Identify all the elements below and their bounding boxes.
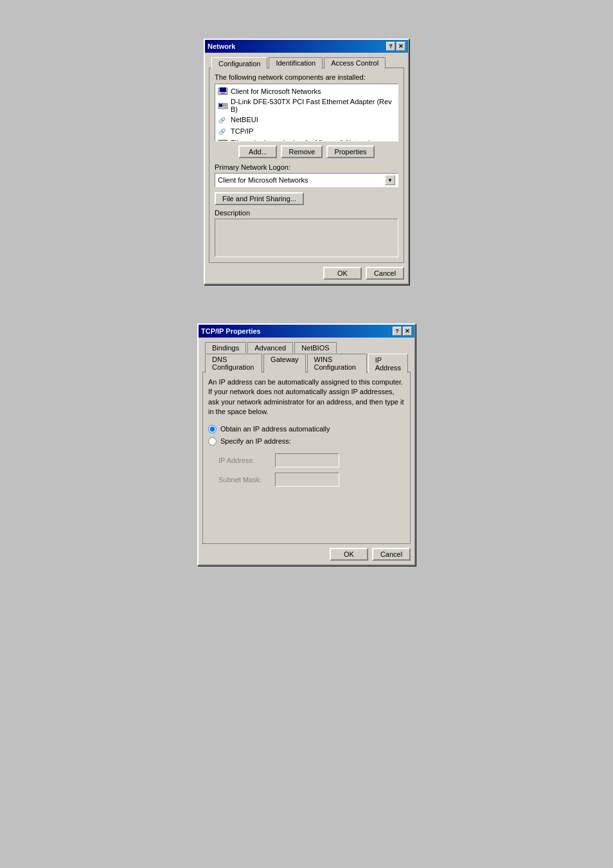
close-button[interactable]: ✕ (396, 42, 405, 51)
service-icon (218, 138, 228, 141)
tcpip-ok-button[interactable]: OK (330, 548, 368, 561)
primary-logon-label: Primary Network Logon: (215, 163, 398, 171)
component-client-name: Client for Microsoft Networks (231, 87, 321, 95)
radio-specify-label: Specify an IP address: (220, 437, 291, 445)
add-button[interactable]: Add... (238, 145, 277, 158)
tcpip-tab-content: An IP address can be automatically assig… (202, 372, 411, 544)
client-icon (218, 86, 228, 96)
subnet-octet3 (310, 474, 323, 485)
subnet-octet4 (323, 474, 336, 485)
subnet-mask-label: Subnet Mask: (218, 476, 270, 484)
components-listbox[interactable]: Client for Microsoft Networks (215, 84, 398, 141)
component-buttons: Add... Remove Properties (215, 145, 398, 158)
svg-rect-12 (218, 140, 227, 141)
radio-auto[interactable] (208, 425, 217, 433)
network-tab-content: The following network components are ins… (209, 68, 404, 263)
svg-rect-6 (223, 105, 224, 106)
radio-specify-row: Specify an IP address: (208, 437, 405, 446)
ip-address-row: IP Address: (208, 453, 405, 467)
tab-configuration[interactable]: Configuration (211, 57, 267, 69)
tcpip-dialog: TCP/IP Properties ? ✕ Bindings Advanced … (197, 323, 416, 566)
svg-rect-7 (225, 105, 226, 106)
tab-bindings[interactable]: Bindings (205, 342, 246, 353)
tcpip-tab-row2: DNS Configuration Gateway WINS Configura… (202, 353, 411, 372)
subnet-mask-row: Subnet Mask: (208, 473, 405, 487)
network-ok-button[interactable]: OK (323, 267, 362, 280)
primary-logon-row: Client for Microsoft Networks ▼ (215, 173, 398, 187)
adapter-icon (218, 100, 228, 111)
list-item: Client for Microsoft Networks (217, 86, 396, 97)
svg-rect-8 (218, 103, 220, 104)
ip-address-field[interactable] (275, 453, 339, 467)
component-netbeui-name: NetBEUI (231, 116, 258, 123)
svg-rect-3 (220, 94, 226, 95)
tab-netbios[interactable]: NetBIOS (294, 342, 336, 353)
tab-gateway[interactable]: Gateway (263, 354, 305, 373)
network-dialog-title: Network (208, 42, 235, 50)
protocol-icon: 🔗 (218, 114, 228, 125)
list-item: 🔗 NetBEUI (217, 114, 396, 125)
network-cancel-button[interactable]: Cancel (366, 267, 404, 280)
radio-auto-row: Obtain an IP address automatically (208, 425, 405, 433)
tcpip-tab-row1: Bindings Advanced NetBIOS (202, 341, 411, 352)
svg-rect-5 (219, 104, 222, 107)
title-bar-buttons: ? ✕ (386, 42, 405, 51)
tab-dns-config[interactable]: DNS Configuration (205, 354, 262, 373)
installed-label: The following network components are ins… (215, 73, 398, 81)
protocol-icon-tcpip: 🔗 (218, 126, 228, 136)
svg-rect-1 (220, 87, 226, 92)
list-item: D-Link DFE-530TX PCI Fast Ethernet Adapt… (217, 97, 396, 114)
tab-ip-address[interactable]: IP Address (368, 354, 408, 373)
ip-radio-group: Obtain an IP address automatically Speci… (208, 425, 405, 446)
ip-octet1 (278, 455, 298, 466)
network-dialog-content: Configuration Identification Access Cont… (205, 53, 408, 284)
tcpip-close-button[interactable]: ✕ (403, 327, 412, 336)
radio-specify[interactable] (208, 437, 217, 446)
svg-rect-2 (221, 93, 225, 94)
primary-logon-dropdown[interactable]: Client for Microsoft Networks ▼ (215, 173, 398, 187)
file-sharing-row: File and Print Sharing... (215, 192, 398, 205)
ip-octet2 (298, 455, 310, 466)
svg-rect-9 (221, 103, 223, 104)
dropdown-arrow-icon[interactable]: ▼ (385, 175, 395, 185)
ip-octet3 (310, 455, 323, 466)
component-sharing-name: File and printer sharing for Microsoft N… (231, 139, 375, 141)
tab-wins-config[interactable]: WINS Configuration (307, 354, 367, 373)
remove-button[interactable]: Remove (281, 145, 323, 158)
help-button[interactable]: ? (386, 42, 395, 51)
list-item: File and printer sharing for Microsoft N… (217, 137, 396, 141)
tab-identification[interactable]: Identification (269, 57, 323, 69)
properties-button[interactable]: Properties (326, 145, 374, 158)
network-dialog: Network ? ✕ Configuration Identification… (204, 39, 409, 285)
description-label: Description (215, 209, 398, 217)
list-item: 🔗 TCP/IP (217, 125, 396, 137)
subnet-mask-field[interactable] (275, 473, 339, 487)
tcpip-title-bar-buttons: ? ✕ (393, 327, 412, 336)
svg-text:🔗: 🔗 (218, 128, 226, 136)
file-sharing-button[interactable]: File and Print Sharing... (215, 192, 304, 205)
ip-address-label: IP Address: (218, 457, 270, 464)
tcpip-help-button[interactable]: ? (393, 327, 402, 336)
svg-text:🔗: 🔗 (218, 116, 226, 124)
radio-auto-label: Obtain an IP address automatically (220, 425, 330, 433)
network-tab-row: Configuration Identification Access Cont… (209, 57, 404, 68)
component-adapter-name: D-Link DFE-530TX PCI Fast Ethernet Adapt… (231, 98, 395, 113)
component-tcpip-name: TCP/IP (231, 127, 253, 135)
subnet-octet2 (298, 474, 310, 485)
tab-access-control[interactable]: Access Control (324, 57, 386, 69)
tcpip-title-bar: TCP/IP Properties ? ✕ (199, 325, 414, 338)
spacer (208, 487, 405, 538)
network-title-bar: Network ? ✕ (205, 40, 408, 53)
tcpip-dialog-buttons: OK Cancel (202, 548, 411, 561)
tcpip-dialog-title: TCP/IP Properties (201, 327, 261, 335)
tab-advanced[interactable]: Advanced (247, 342, 293, 353)
tcpip-dialog-content: Bindings Advanced NetBIOS DNS Configurat… (199, 338, 414, 565)
primary-logon-value: Client for Microsoft Networks (218, 176, 308, 184)
subnet-octet1 (278, 474, 298, 485)
tcpip-description: An IP address can be automatically assig… (208, 377, 405, 417)
network-dialog-buttons: OK Cancel (209, 267, 404, 280)
tcpip-cancel-button[interactable]: Cancel (372, 548, 411, 561)
ip-octet4 (323, 455, 336, 466)
description-box (215, 219, 398, 257)
